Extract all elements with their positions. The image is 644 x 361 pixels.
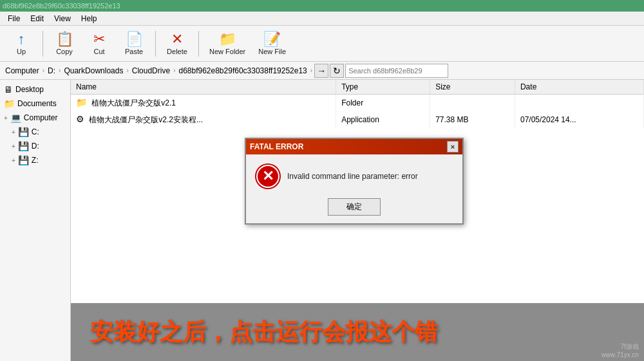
- file-table: Name Type Size Date 📁 植物大战僵尸杂交版v2.1 Fold…: [71, 80, 644, 128]
- breadcrumb: Computer › D: › QuarkDownloads › CloudDr…: [3, 65, 313, 77]
- toolbar-separator-1: [43, 31, 43, 57]
- paste-icon: 📄: [126, 32, 143, 46]
- new-file-icon: 📝: [263, 32, 281, 46]
- table-row[interactable]: 📁 植物大战僵尸杂交版v2.1 Folder: [71, 95, 644, 112]
- file-date-1: [515, 95, 643, 112]
- dialog-titlebar: FATAL ERROR ×: [246, 139, 462, 154]
- file-size-1: [430, 95, 515, 112]
- expand-d-icon: +: [12, 143, 15, 150]
- up-label: Up: [17, 48, 26, 55]
- up-icon: ↑: [18, 32, 25, 46]
- c-drive-icon: 💾: [18, 127, 29, 137]
- sidebar-label-computer: Computer: [24, 113, 58, 122]
- title-bar: d68bf962e8b29f60c33038ff19252e13: [0, 0, 644, 12]
- sidebar-item-documents[interactable]: 📁 Documents: [0, 97, 70, 111]
- expand-computer-icon: +: [4, 115, 8, 122]
- copy-label: Copy: [56, 48, 73, 55]
- expand-z-icon: +: [12, 157, 15, 164]
- address-bar: Computer › D: › QuarkDownloads › CloudDr…: [0, 62, 644, 80]
- documents-icon: 📁: [4, 98, 15, 109]
- folder-icon-1: 📁: [76, 97, 87, 107]
- file-size-2: 77.38 MB: [430, 111, 515, 128]
- z-drive-icon: 💾: [18, 155, 29, 165]
- paste-label: Paste: [125, 48, 143, 55]
- new-file-button[interactable]: 📝 New File: [253, 28, 291, 60]
- sidebar-item-desktop[interactable]: 🖥 Desktop: [0, 82, 70, 97]
- file-area: Name Type Size Date 📁 植物大战僵尸杂交版v2.1 Fold…: [71, 80, 644, 361]
- toolbar-separator-2: [155, 31, 156, 57]
- file-name-1: 📁 植物大战僵尸杂交版v2.1: [71, 95, 336, 112]
- new-folder-icon: 📁: [219, 32, 236, 46]
- cut-button[interactable]: ✂ Cut: [83, 28, 115, 60]
- delete-button[interactable]: ✕ Delete: [161, 28, 193, 60]
- paste-button[interactable]: 📄 Paste: [118, 28, 150, 60]
- new-folder-button[interactable]: 📁 New Folder: [204, 28, 251, 60]
- menu-view[interactable]: View: [49, 13, 76, 24]
- toolbar-separator-3: [198, 31, 199, 57]
- d-drive-icon: 💾: [18, 141, 29, 151]
- menu-edit[interactable]: Edit: [25, 13, 49, 24]
- menu-bar: File Edit View Help: [0, 12, 644, 26]
- file-type-1: Folder: [336, 95, 430, 112]
- file-date-2: 07/05/2024 14...: [515, 111, 643, 128]
- app-icon-2: ⚙: [76, 114, 84, 124]
- dialog-ok-button[interactable]: 确定: [328, 198, 381, 216]
- bottom-caption-text: 安装好之后，点击运行会报这个错: [90, 317, 438, 348]
- new-folder-label: New Folder: [209, 48, 245, 55]
- dialog-title: FATAL ERROR: [250, 142, 303, 151]
- copy-icon: 📋: [56, 32, 73, 46]
- sidebar-label-documents: Documents: [17, 99, 57, 108]
- breadcrumb-d[interactable]: D:: [45, 65, 58, 77]
- error-icon: ✕: [256, 165, 279, 188]
- desktop-icon: 🖥: [4, 84, 13, 95]
- sidebar-item-d[interactable]: + 💾 D:: [0, 139, 70, 153]
- sidebar-item-z[interactable]: + 💾 Z:: [0, 153, 70, 167]
- delete-label: Delete: [167, 48, 187, 55]
- bottom-text-overlay: 安装好之后，点击运行会报这个错: [71, 303, 644, 361]
- delete-icon: ✕: [171, 32, 183, 46]
- dialog-body: ✕ Invalid command line parameter: error: [246, 154, 462, 196]
- breadcrumb-clouddrive[interactable]: CloudDrive: [129, 65, 173, 77]
- copy-button[interactable]: 📋 Copy: [48, 28, 80, 60]
- new-file-label: New File: [258, 48, 286, 55]
- dialog-close-button[interactable]: ×: [447, 141, 459, 153]
- computer-icon: 💻: [10, 113, 21, 123]
- col-size[interactable]: Size: [430, 80, 515, 95]
- sidebar-item-computer[interactable]: + 💻 Computer: [0, 111, 70, 125]
- col-name[interactable]: Name: [71, 80, 336, 95]
- sidebar-label-z: Z:: [32, 156, 39, 165]
- toolbar: ↑ Up 📋 Copy ✂ Cut 📄 Paste ✕ Delete 📁 New…: [0, 26, 644, 62]
- breadcrumb-quarkdownloads[interactable]: QuarkDownloads: [61, 65, 126, 77]
- menu-help[interactable]: Help: [76, 13, 102, 24]
- cut-icon: ✂: [93, 32, 105, 46]
- breadcrumb-hash[interactable]: d68bf962e8b29f60c33038ff19252e13: [176, 65, 309, 77]
- address-refresh-button[interactable]: ↻: [330, 64, 344, 78]
- breadcrumb-sep-5: ›: [310, 67, 313, 74]
- menu-file[interactable]: File: [3, 13, 25, 24]
- dialog-message: Invalid command line parameter: error: [287, 172, 418, 181]
- up-button[interactable]: ↑ Up: [5, 28, 37, 60]
- title-hash: d68bf962e8b29f60c33038ff19252e13: [3, 2, 120, 10]
- dialog-footer: 确定: [246, 196, 462, 223]
- main-area: 🖥 Desktop 📁 Documents + 💻 Computer + 💾 C…: [0, 80, 644, 361]
- cut-label: Cut: [93, 48, 104, 55]
- sidebar: 🖥 Desktop 📁 Documents + 💻 Computer + 💾 C…: [0, 80, 71, 361]
- sidebar-label-d: D:: [32, 142, 39, 151]
- sidebar-item-c[interactable]: + 💾 C:: [0, 125, 70, 139]
- expand-c-icon: +: [12, 129, 15, 136]
- file-type-2: Application: [336, 111, 430, 128]
- col-type[interactable]: Type: [336, 80, 430, 95]
- search-input[interactable]: [345, 64, 448, 78]
- table-row[interactable]: ⚙ 植物大战僵尸杂交版v2.2安装程... Application 77.38 …: [71, 111, 644, 128]
- sidebar-label-desktop: Desktop: [15, 85, 44, 94]
- address-go-button[interactable]: →: [314, 64, 328, 78]
- sidebar-label-c: C:: [32, 127, 39, 136]
- col-date[interactable]: Date: [515, 80, 643, 95]
- breadcrumb-computer[interactable]: Computer: [3, 65, 42, 77]
- file-name-2: ⚙ 植物大战僵尸杂交版v2.2安装程...: [71, 111, 336, 128]
- fatal-error-dialog: FATAL ERROR × ✕ Invalid command line par…: [245, 138, 464, 225]
